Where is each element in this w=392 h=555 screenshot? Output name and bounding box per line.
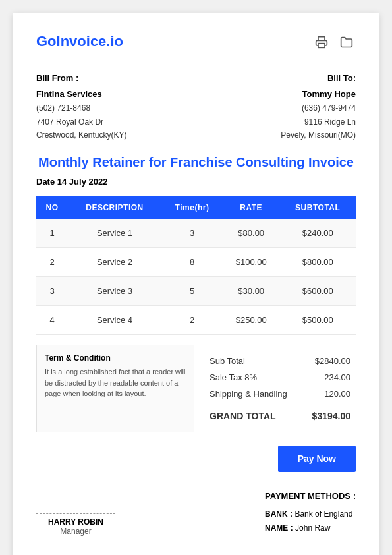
subtotal-label: Sub Total xyxy=(210,356,245,366)
cell-subtotal: $500.00 xyxy=(279,306,356,335)
footer-section: HARRY ROBIN Manager PAYMENT METHODS : BA… xyxy=(36,488,356,536)
bill-to-address1: 9116 Ridge Ln xyxy=(281,115,356,129)
header: GoInvoice.io xyxy=(36,33,356,51)
col-no: NO xyxy=(36,196,68,219)
col-time: Time(hr) xyxy=(161,196,223,219)
tax-label: Sale Tax 8% xyxy=(210,372,257,382)
table-row: 2 Service 2 8 $100.00 $800.00 xyxy=(36,248,356,277)
bank-value: Bank of England xyxy=(294,510,352,519)
bottom-section: Term & Condition It is a long establishe… xyxy=(36,345,356,432)
cell-subtotal: $600.00 xyxy=(279,277,356,306)
shipping-label: Shipping & Handling xyxy=(210,389,287,399)
cell-subtotal: $800.00 xyxy=(279,248,356,277)
col-subtotal: SUBTOTAL xyxy=(279,196,356,219)
table-row: 1 Service 1 3 $80.00 $240.00 xyxy=(36,219,356,248)
cell-time: 3 xyxy=(161,219,223,248)
bill-to-phone: (636) 479-9474 xyxy=(281,102,356,115)
table-header-row: NO DESCRIPTION Time(hr) RATE SUBTOTAL xyxy=(36,196,356,219)
name-label: NAME : xyxy=(265,523,293,533)
table-row: 4 Service 4 2 $250.00 $500.00 xyxy=(36,306,356,335)
pay-now-row: Pay Now xyxy=(36,446,356,472)
payment-name-row: NAME : John Raw xyxy=(265,521,356,536)
col-rate: RATE xyxy=(223,196,279,219)
cell-description: Service 1 xyxy=(68,219,161,248)
bill-to-label: Bill To: xyxy=(281,71,356,86)
pay-now-button[interactable]: Pay Now xyxy=(278,446,356,472)
cell-rate: $100.00 xyxy=(223,248,279,277)
subtotal-value: $2840.00 xyxy=(315,356,350,366)
bill-from-label: Bill From : xyxy=(36,71,126,86)
terms-text: It is a long established fact that a rea… xyxy=(45,366,186,399)
grand-label: GRAND TOTAL xyxy=(210,411,276,421)
terms-box: Term & Condition It is a long establishe… xyxy=(36,345,194,432)
grand-total-row: GRAND TOTAL $3194.00 xyxy=(210,405,350,424)
invoice-table: NO DESCRIPTION Time(hr) RATE SUBTOTAL 1 … xyxy=(36,196,356,335)
cell-no: 2 xyxy=(36,248,68,277)
table-row: 3 Service 3 5 $30.00 $600.00 xyxy=(36,277,356,306)
print-icon[interactable] xyxy=(312,33,331,51)
invoice-title: Monthly Retainer for Franchise Consultin… xyxy=(36,155,356,170)
tax-row: Sale Tax 8% 234.00 xyxy=(210,369,350,386)
bill-to-address2: Pevely, Missouri(MO) xyxy=(281,129,356,142)
cell-no: 4 xyxy=(36,306,68,335)
folder-icon[interactable] xyxy=(337,33,356,51)
terms-title: Term & Condition xyxy=(45,353,186,363)
cell-rate: $80.00 xyxy=(223,219,279,248)
bill-from-address2: Crestwood, Kentucky(KY) xyxy=(36,129,126,142)
bill-from: Bill From : Fintina Services (502) 721-8… xyxy=(36,71,126,142)
invoice-date: Date 14 July 2022 xyxy=(36,177,356,187)
logo: GoInvoice.io xyxy=(36,33,123,50)
signature-role: Manager xyxy=(36,527,115,536)
bill-from-address1: 7407 Royal Oak Dr xyxy=(36,115,126,129)
cell-subtotal: $240.00 xyxy=(279,219,356,248)
cell-no: 1 xyxy=(36,219,68,248)
signature-name: HARRY ROBIN xyxy=(36,517,115,527)
cell-description: Service 4 xyxy=(68,306,161,335)
signature-area: HARRY ROBIN Manager xyxy=(36,513,115,536)
cell-description: Service 2 xyxy=(68,248,161,277)
name-value: John Raw xyxy=(295,523,330,533)
cell-time: 8 xyxy=(161,248,223,277)
payment-bank-row: BANK : Bank of England xyxy=(265,508,356,522)
cell-time: 2 xyxy=(161,306,223,335)
totals-box: Sub Total $2840.00 Sale Tax 8% 234.00 Sh… xyxy=(204,345,356,432)
cell-rate: $250.00 xyxy=(223,306,279,335)
bill-from-company: Fintina Services xyxy=(36,87,126,102)
tax-value: 234.00 xyxy=(324,372,350,382)
cell-rate: $30.00 xyxy=(223,277,279,306)
cell-time: 5 xyxy=(161,277,223,306)
payment-methods: PAYMENT METHODS : BANK : Bank of England… xyxy=(265,488,356,536)
col-description: DESCRIPTION xyxy=(68,196,161,219)
bank-label: BANK : xyxy=(265,510,293,519)
signature-line xyxy=(36,513,115,514)
invoice-page: GoInvoice.io Bill From : Fintina Service… xyxy=(13,13,379,555)
subtotal-row: Sub Total $2840.00 xyxy=(210,353,350,369)
billing-section: Bill From : Fintina Services (502) 721-8… xyxy=(36,71,356,142)
svg-rect-0 xyxy=(318,44,325,48)
shipping-row: Shipping & Handling 120.00 xyxy=(210,386,350,402)
bill-to-company: Tommy Hope xyxy=(281,87,356,102)
cell-description: Service 3 xyxy=(68,277,161,306)
grand-value: $3194.00 xyxy=(312,411,350,421)
cell-no: 3 xyxy=(36,277,68,306)
bill-to: Bill To: Tommy Hope (636) 479-9474 9116 … xyxy=(281,71,356,142)
bill-from-phone: (502) 721-8468 xyxy=(36,102,126,115)
shipping-value: 120.00 xyxy=(324,389,350,399)
header-icons xyxy=(312,33,356,51)
payment-title: PAYMENT METHODS : xyxy=(265,488,356,504)
